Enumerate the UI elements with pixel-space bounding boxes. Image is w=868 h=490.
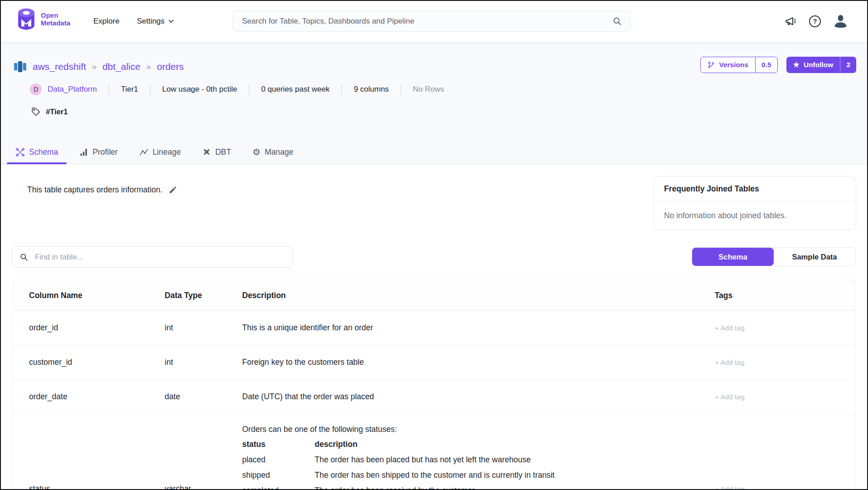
find-search-icon <box>19 253 28 261</box>
column-name: customer_id <box>13 345 165 380</box>
dbt-tab-icon <box>202 147 211 157</box>
tier-value: Tier1 <box>121 85 138 94</box>
redshift-service-icon <box>14 60 27 74</box>
table-description: This table captures orders information. <box>27 185 177 195</box>
column-name: order_date <box>13 380 165 414</box>
breadcrumb: aws_redshift » dbt_alice » orders <box>14 60 184 74</box>
owner-link[interactable]: Data_Platform <box>48 85 97 94</box>
user-avatar[interactable] <box>833 14 848 29</box>
profiler-tab-icon <box>79 147 88 157</box>
rows-count: No Rows <box>413 85 444 94</box>
meta-divider <box>341 84 342 94</box>
table-row: status varchar Orders can be one of the … <box>13 414 855 490</box>
breadcrumb-schema-link[interactable]: dbt_alice <box>102 61 141 72</box>
joined-tables-empty-text: No information about joined tables. <box>654 202 856 230</box>
breadcrumb-table-link[interactable]: orders <box>157 61 184 72</box>
status-description-intro: Orders can be one of the following statu… <box>242 422 713 436</box>
column-type: int <box>164 345 242 380</box>
tag-icon <box>31 107 41 117</box>
tab-profiler[interactable]: Profiler <box>71 140 126 164</box>
meta-divider <box>109 84 109 94</box>
joined-tables-title: Frequently Joined Tables <box>654 176 856 202</box>
versions-button[interactable]: Versions 0.5 <box>700 57 777 73</box>
column-description: Orders can be one of the following statu… <box>242 414 714 490</box>
status-values-table: status description placed The order has … <box>242 436 713 490</box>
topbar-icons: ? <box>785 0 848 42</box>
owner-avatar: D <box>30 83 42 95</box>
col-header-tags: Tags <box>714 280 855 311</box>
column-type: date <box>164 380 242 414</box>
version-branch-icon <box>708 61 715 69</box>
breadcrumb-separator: » <box>92 62 97 72</box>
nav-explore[interactable]: Explore <box>93 17 120 26</box>
column-name: order_id <box>13 311 165 345</box>
help-icon[interactable]: ? <box>809 15 821 27</box>
nav-settings[interactable]: Settings <box>137 17 175 26</box>
add-tag-button[interactable]: + Add tag <box>715 358 745 366</box>
breadcrumb-service-link[interactable]: aws_redshift <box>33 61 86 72</box>
entity-tab-bar: Schema Profiler <box>0 140 868 164</box>
usage-value: Low usage - 0th pctile <box>162 85 237 94</box>
openmetadata-app: Open Metadata Explore Settings <box>0 0 868 490</box>
column-description: This is a unique identifier for an order <box>242 311 714 345</box>
toggle-sample-data-button[interactable]: Sample Data <box>774 248 855 266</box>
meta-divider <box>150 84 150 94</box>
announcement-icon[interactable] <box>785 15 797 27</box>
edit-description-icon[interactable] <box>169 186 177 194</box>
toggle-schema-button[interactable]: Schema <box>692 248 774 266</box>
schema-tab-content: This table captures orders information. … <box>0 164 868 490</box>
tier-tag-label[interactable]: #Tier1 <box>46 108 68 116</box>
find-in-table-input[interactable] <box>34 252 285 262</box>
gear-icon: ⚙ <box>252 147 261 157</box>
schema-view-toggle: Schema Sample Data <box>692 247 856 266</box>
tab-manage[interactable]: ⚙ Manage <box>244 140 302 164</box>
global-search-input[interactable] <box>241 16 612 26</box>
column-name: status <box>13 414 165 490</box>
table-description-text: This table captures orders information. <box>27 185 163 195</box>
star-icon: ★ <box>793 61 800 69</box>
main-nav: Explore Settings <box>93 0 175 42</box>
lineage-tab-icon <box>139 147 149 157</box>
unfollow-button[interactable]: ★ Unfollow 2 <box>786 57 856 73</box>
breadcrumb-separator: » <box>146 62 151 72</box>
followers-count[interactable]: 2 <box>840 57 856 73</box>
entity-page-header: aws_redshift » dbt_alice » orders D Data… <box>0 43 868 164</box>
tab-lineage[interactable]: Lineage <box>131 140 189 164</box>
top-navigation-bar: Open Metadata Explore Settings <box>0 0 868 43</box>
table-header-row: Column Name Data Type Description Tags <box>13 280 855 311</box>
column-type: int <box>164 311 242 345</box>
frequently-joined-tables-card: Frequently Joined Tables No information … <box>654 176 856 230</box>
add-tag-button[interactable]: + Add tag <box>715 485 745 490</box>
column-description: Date (UTC) that the order was placed <box>242 380 714 414</box>
table-row: customer_id int Foreign key to the custo… <box>13 345 855 380</box>
chevron-down-icon <box>168 18 175 24</box>
find-in-table-box <box>12 246 293 268</box>
openmetadata-logo-text: Open Metadata <box>41 11 70 27</box>
queries-value: 0 queries past week <box>261 85 330 94</box>
openmetadata-logo[interactable]: Open Metadata <box>16 8 70 30</box>
openmetadata-logo-icon <box>16 8 36 30</box>
schema-columns-table: Column Name Data Type Description Tags o… <box>13 280 855 490</box>
col-header-type: Data Type <box>164 280 242 311</box>
table-row: order_id int This is a unique identifier… <box>13 311 855 345</box>
search-icon[interactable] <box>612 16 622 26</box>
entity-meta-row: D Data_Platform Tier1 Low usage - 0th pc… <box>30 83 444 95</box>
add-tag-button[interactable]: + Add tag <box>715 393 745 401</box>
entity-actions: Versions 0.5 ★ Unfollow 2 <box>700 57 856 73</box>
version-number: 0.5 <box>755 57 777 73</box>
columns-count: 9 columns <box>354 85 388 94</box>
col-header-name: Column Name <box>13 280 165 311</box>
add-tag-button[interactable]: + Add tag <box>715 324 745 332</box>
column-description: Foreign key to the customers table <box>242 345 714 380</box>
meta-divider <box>249 84 249 94</box>
global-search-box <box>233 10 630 32</box>
col-header-description: Description <box>242 280 714 311</box>
entity-tags-row: #Tier1 <box>31 107 68 117</box>
column-type: varchar <box>164 414 242 490</box>
meta-divider <box>401 84 401 94</box>
tab-schema[interactable]: Schema <box>7 140 67 164</box>
tab-dbt[interactable]: DBT <box>194 140 240 164</box>
table-row: order_date date Date (UTC) that the orde… <box>13 380 855 414</box>
schema-tab-icon <box>15 147 25 157</box>
